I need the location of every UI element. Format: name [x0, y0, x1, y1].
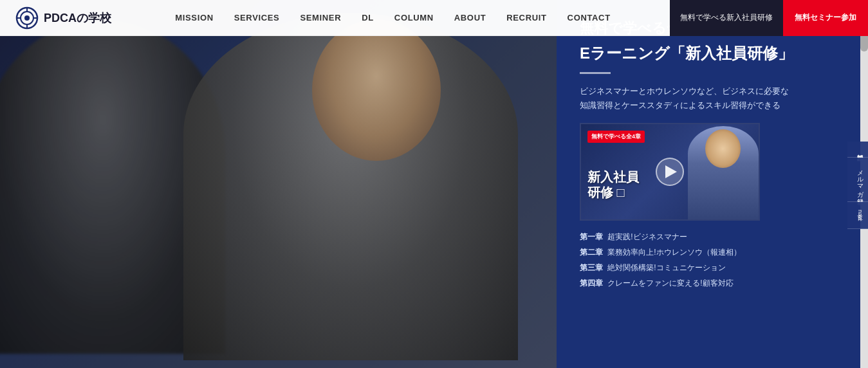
nav-item-seminer[interactable]: SEMINER — [290, 0, 351, 36]
nav-item-recruit[interactable]: RECRUIT — [496, 0, 557, 36]
video-play-button[interactable] — [656, 158, 684, 186]
play-triangle-icon — [665, 165, 677, 178]
side-tab-navi[interactable]: 育navi — [847, 202, 868, 229]
video-main-text: 新入社員 研修 □ — [587, 169, 639, 200]
nav-item-about[interactable]: ABOUT — [444, 0, 496, 36]
chapter-3: 第三章 絶対関係構築!コミュニケーション — [580, 262, 847, 273]
panel-description: ビジネスマナーとホウレンソウなど、ビジネスに必要な 知識習得とケーススタディによ… — [580, 84, 847, 113]
nav-item-column[interactable]: COLUMN — [384, 0, 444, 36]
hero-background — [0, 0, 557, 368]
nav-item-dl[interactable]: DL — [351, 0, 384, 36]
chapter-4: 第四章 クレームをファンに変える!顧客対応 — [580, 277, 847, 289]
chapter-2-label: 業務効率向上!ホウレンソウ（報連相） — [607, 248, 741, 257]
panel-divider — [580, 72, 611, 74]
chapters-list: 第一章 超実践!ビジネスマナー 第二章 業務効率向上!ホウレンソウ（報連相） 第… — [580, 231, 847, 289]
chapter-1: 第一章 超実践!ビジネスマナー — [580, 231, 847, 243]
nav-item-mission[interactable]: MISSION — [165, 0, 223, 36]
header-cta-button[interactable]: 無料セミナー参加 — [783, 0, 868, 36]
chapter-2: 第二章 業務効率向上!ホウレンソウ（報連相） — [580, 246, 847, 258]
header-right: 無料で学べる新入社員研修 無料セミナー参加 — [670, 0, 868, 36]
chapter-3-num: 第三章 — [580, 263, 603, 272]
panel-desc-line1: ビジネスマナーとホウレンソウなど、ビジネスに必要な — [580, 86, 789, 96]
right-panel: 無料で学べる全4章 Eラーニング「新入社員研修」 ビジネスマナーとホウレンソウな… — [557, 0, 868, 368]
panel-video-thumbnail[interactable]: 無料で学べる全4章 新入社員 研修 □ — [580, 123, 760, 221]
video-overlay-text: 無料で学べる全4章 — [587, 131, 645, 143]
logo[interactable]: PDCAの学校 — [0, 6, 116, 30]
chapter-1-label: 超実践!ビジネスマナー — [607, 232, 687, 241]
side-tab-newsletter[interactable]: メルマガ登録 — [847, 158, 868, 202]
header-free-link[interactable]: 無料で学べる新入社員研修 — [670, 0, 783, 36]
nav-item-services[interactable]: SERVICES — [224, 0, 290, 36]
side-tabs: 無料相談 メルマガ登録 育navi — [847, 142, 868, 229]
video-main-line1: 新入社員 — [587, 169, 639, 185]
logo-icon — [15, 6, 39, 30]
svg-point-2 — [24, 15, 30, 21]
chapter-4-num: 第四章 — [580, 279, 603, 288]
logo-text: PDCAの学校 — [44, 10, 111, 26]
chapter-3-label: 絶対関係構築!コミュニケーション — [607, 263, 725, 272]
chapter-4-label: クレームをファンに変える!顧客対応 — [607, 279, 733, 288]
panel-title-large: Eラーニング「新入社員研修」 — [580, 43, 847, 63]
chapter-2-num: 第二章 — [580, 248, 603, 257]
panel-desc-line2: 知識習得とケーススタディによるスキル習得ができる — [580, 100, 780, 110]
nav-item-contact[interactable]: CONTACT — [557, 0, 621, 36]
hero-person-right-face — [312, 19, 441, 161]
video-person-face — [705, 129, 741, 168]
video-main-line2: 研修 □ — [587, 185, 639, 200]
header: PDCAの学校 MISSION SERVICES SEMINER DL COLU… — [0, 0, 868, 36]
main-nav: MISSION SERVICES SEMINER DL COLUMN ABOUT… — [116, 0, 670, 36]
chapter-1-num: 第一章 — [580, 232, 603, 241]
side-tab-free-consult[interactable]: 無料相談 — [847, 142, 868, 158]
